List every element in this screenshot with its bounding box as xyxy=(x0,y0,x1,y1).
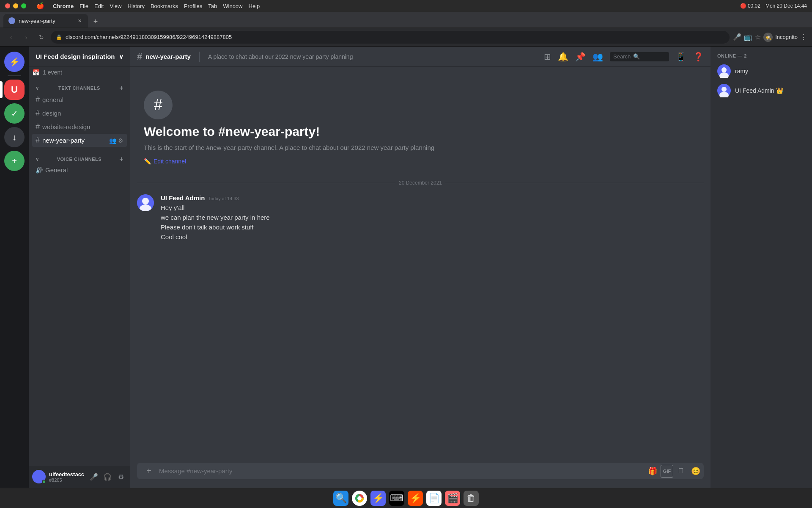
welcome-subtitle: This is the start of the #new-year-party… xyxy=(144,144,697,151)
menu-item-history[interactable]: History xyxy=(127,3,144,9)
discord-home-button[interactable]: ⚡ xyxy=(4,52,25,72)
edit-channel-button[interactable]: ✏️ Edit channel xyxy=(144,158,697,165)
menu-item-file[interactable]: File xyxy=(80,3,88,9)
event-item[interactable]: 📅 1 event xyxy=(29,67,130,78)
hashtag-threads-icon[interactable]: ⊞ xyxy=(544,52,551,62)
members-icon[interactable]: 👥 xyxy=(109,137,116,144)
incognito-icon: 🕵 xyxy=(763,33,773,42)
dock-trash-icon[interactable]: 🗑 xyxy=(464,491,479,506)
add-attachment-button[interactable]: + xyxy=(142,464,156,478)
message-header: UI Feed Admin Today at 14:33 xyxy=(161,194,704,202)
reload-button[interactable]: ↻ xyxy=(36,31,47,43)
search-bar[interactable]: Search 🔍 xyxy=(610,52,669,61)
inbox-icon[interactable]: 📱 xyxy=(676,52,686,62)
dock-discord-icon[interactable]: ⚡ xyxy=(370,491,386,506)
chat-messages: # Welcome to #new-year-party! This is th… xyxy=(130,67,710,463)
maximize-button[interactable] xyxy=(21,3,26,8)
bookmark-star-icon[interactable]: ☆ xyxy=(755,33,761,41)
member-avatar-uifeed-admin xyxy=(717,84,731,97)
notification-bell-icon[interactable]: 🔔 xyxy=(558,52,568,62)
help-icon[interactable]: ❓ xyxy=(693,52,704,62)
traffic-lights[interactable] xyxy=(5,3,26,8)
minimize-button[interactable] xyxy=(13,3,18,8)
chat-message-input[interactable] xyxy=(159,463,643,479)
settings-icon[interactable]: ⚙ xyxy=(118,137,123,144)
pin-icon[interactable]: 📌 xyxy=(575,52,586,62)
member-item-ramy[interactable]: ramy xyxy=(714,62,809,80)
pencil-icon: ✏️ xyxy=(144,158,151,165)
microphone-icon[interactable]: 🎤 xyxy=(733,33,741,41)
message-text: Hey y'all we can plan the new year party… xyxy=(161,203,704,241)
menu-items: Chrome File Edit View History Bookmarks … xyxy=(53,3,260,9)
menu-item-view[interactable]: View xyxy=(110,3,121,9)
server-name-header[interactable]: UI Feed design inspiration ∨ xyxy=(29,47,130,67)
text-channels-collapse-icon: ∨ xyxy=(36,86,39,91)
tab-close-button[interactable]: ✕ xyxy=(76,17,83,24)
menu-item-bookmarks[interactable]: Bookmarks xyxy=(151,3,178,9)
voice-channels-header[interactable]: ∨ VOICE CHANNELS + xyxy=(32,156,127,163)
chrome-menu-icon[interactable]: ⋮ xyxy=(800,33,807,41)
menu-item-profiles[interactable]: Profiles xyxy=(184,3,202,9)
menu-item-edit[interactable]: Edit xyxy=(94,3,104,9)
dock-video-icon[interactable]: 🎬 xyxy=(445,491,460,506)
dock-terminal-icon[interactable]: ⌨ xyxy=(389,491,404,506)
server-icon-download[interactable]: ↓ xyxy=(4,127,25,147)
forward-button[interactable]: › xyxy=(20,31,32,43)
channel-item-website-redesign[interactable]: # website-redesign xyxy=(32,120,127,133)
add-server-button[interactable]: + xyxy=(4,151,25,171)
cast-icon[interactable]: 📺 xyxy=(744,33,752,41)
channel-item-new-year-party[interactable]: # new-year-party 👥 ⚙ xyxy=(32,134,127,147)
channel-item-voice-general[interactable]: 🔊 General xyxy=(32,164,127,176)
address-bar[interactable]: 🔒 discord.com/channels/92249118030915998… xyxy=(51,31,730,44)
dock-zapier-icon[interactable]: ⚡ xyxy=(408,491,423,506)
menu-item-tab[interactable]: Tab xyxy=(208,3,217,9)
menu-item-window[interactable]: Window xyxy=(223,3,242,9)
server-icon-uifeed[interactable]: U xyxy=(4,80,25,100)
deafen-button[interactable]: 🎧 xyxy=(102,471,113,483)
menu-item-chrome[interactable]: Chrome xyxy=(53,3,74,9)
sticker-button[interactable]: 🗒 xyxy=(675,465,688,478)
message-line-2: we can plan the new year party in here xyxy=(161,213,704,222)
add-voice-channel-button[interactable]: + xyxy=(119,156,123,163)
member-item-uifeed-admin[interactable]: UI Feed Admin 👑 xyxy=(714,81,809,100)
addressbar-right-icons: 🎤 📺 ☆ 🕵 Incognito ⋮ xyxy=(733,33,807,42)
gif-button[interactable]: GIF xyxy=(661,465,673,478)
username: uifeedtestacc xyxy=(49,471,85,478)
user-settings-button[interactable]: ⚙ xyxy=(115,471,127,483)
back-button[interactable]: ‹ xyxy=(5,31,17,43)
download-icon: ↓ xyxy=(12,133,16,142)
members-list-icon[interactable]: 👥 xyxy=(593,52,603,62)
discord-logo-icon: ⚡ xyxy=(9,57,20,67)
server-icon-green[interactable]: ✓ xyxy=(4,103,25,124)
channel-header-hash-icon: # xyxy=(137,51,142,62)
server-divider xyxy=(8,75,21,76)
online-members-header: ONLINE — 2 xyxy=(714,53,809,58)
close-button[interactable] xyxy=(5,3,10,8)
channel-item-design[interactable]: # design xyxy=(32,107,127,120)
apple-logo-icon[interactable]: 🍎 xyxy=(36,2,44,10)
channel-sidebar: UI Feed design inspiration ∨ 📅 1 event ∨… xyxy=(29,47,130,488)
chrome-tab-active[interactable]: new-year-party ✕ xyxy=(3,14,88,28)
channel-item-general[interactable]: # general xyxy=(32,93,127,106)
user-panel: uifeedtestacc #8205 🎤 🎧 ⚙ xyxy=(29,466,130,488)
text-channels-section: ∨ TEXT CHANNELS + # general # design # w… xyxy=(29,78,130,149)
dock-chrome-icon[interactable] xyxy=(352,491,367,506)
message-timestamp: Today at 14:33 xyxy=(208,196,239,201)
edit-channel-label: Edit channel xyxy=(154,158,186,165)
add-text-channel-button[interactable]: + xyxy=(119,85,123,91)
dock-notes-icon[interactable]: 📄 xyxy=(426,491,442,506)
dock-finder-icon[interactable]: 🔍 xyxy=(333,491,348,506)
emoji-button[interactable]: 😊 xyxy=(689,465,702,478)
gift-icon-button[interactable]: 🎁 xyxy=(646,465,659,478)
crown-icon: 👑 xyxy=(776,87,783,94)
mute-button[interactable]: 🎤 xyxy=(88,471,100,483)
text-channels-header[interactable]: ∨ TEXT CHANNELS + xyxy=(32,85,127,91)
discord-app: ⚡ U ✓ ↓ + UI Feed design inspiration ∨ 📅… xyxy=(0,47,812,488)
message-author: UI Feed Admin xyxy=(161,194,205,202)
menu-item-help[interactable]: Help xyxy=(249,3,260,9)
url-text: discord.com/channels/922491180309159986/… xyxy=(66,34,724,40)
svg-point-1 xyxy=(142,198,149,204)
text-channels-label: TEXT CHANNELS xyxy=(58,86,100,91)
new-tab-button[interactable]: + xyxy=(90,16,102,28)
member-avatar-ramy xyxy=(717,64,731,78)
